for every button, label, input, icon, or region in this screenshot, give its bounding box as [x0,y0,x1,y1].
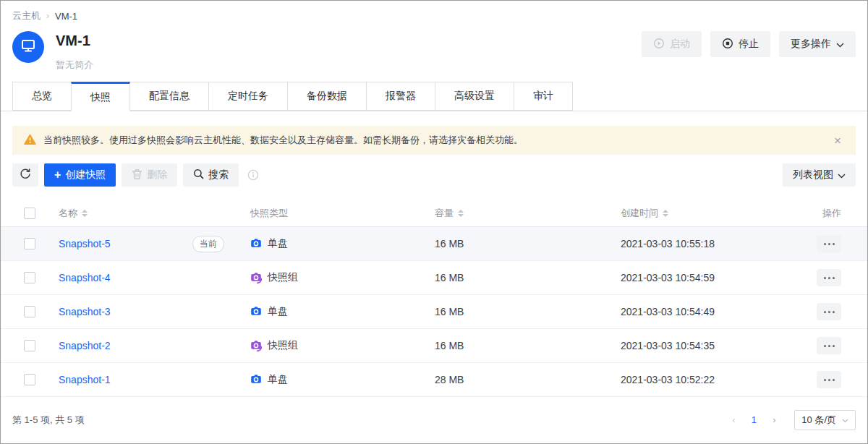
table-header: 名称 快照类型 容量 创建时间 操作 [1,200,867,227]
snapshot-name-link[interactable]: Snapshot-3 [59,306,111,317]
camera-icon [250,238,262,249]
search-button[interactable]: 搜索 [183,163,239,187]
snapshot-type-cell: 单盘 [250,305,435,318]
tab-overview[interactable]: 总览 [12,82,72,111]
snapshot-table: 名称 快照类型 容量 创建时间 操作 Snapshot-5 当前 [1,200,867,397]
play-icon [653,38,665,51]
stop-button[interactable]: 停止 [710,31,770,57]
capacity-cell: 16 MB [435,272,621,283]
snapshot-name-link[interactable]: Snapshot-2 [59,340,111,351]
title-col: VM-1 暂无简介 [56,31,642,72]
sort-icon [458,210,464,217]
content: 当前快照较多。使用过多快照会影响云主机性能、数据安全以及主存储容量。如需长期备份… [1,111,867,443]
row-actions-button[interactable] [817,269,841,286]
tab-scheduled-tasks[interactable]: 定时任务 [208,82,288,111]
sort-icon [82,210,88,217]
trash-icon [132,168,142,182]
warning-text: 当前快照较多。使用过多快照会影响云主机性能、数据安全以及主存储容量。如需长期备份… [43,134,824,147]
camera-icon [250,306,262,317]
snapshot-type-cell: 单盘 [250,237,435,250]
page-header: 云主机 › VM-1 VM-1 暂无简介 启动 停止 [1,1,867,72]
start-button[interactable]: 启动 [642,31,702,57]
breadcrumb-separator: › [46,11,49,21]
snapshot-type-label: 单盘 [268,373,288,386]
snapshot-name-link[interactable]: Snapshot-4 [59,272,111,283]
title-row: VM-1 暂无简介 启动 停止 更多操作 [12,31,856,72]
row-actions-button[interactable] [817,337,841,354]
table-body: Snapshot-5 当前 单盘 16 MB 2021-03-03 10:55:… [1,227,867,397]
page-size-select[interactable]: 10 条/页 [794,410,856,430]
breadcrumb-current: VM-1 [55,11,77,22]
created-time-cell: 2021-03-03 10:54:59 [621,272,791,283]
warning-banner: 当前快照较多。使用过多快照会影响云主机性能、数据安全以及主存储容量。如需长期备份… [12,126,856,155]
column-capacity[interactable]: 容量 [435,207,621,220]
tab-alarms[interactable]: 报警器 [366,82,435,111]
snapshot-name-link[interactable]: Snapshot-5 [59,238,111,249]
row-actions-button[interactable] [817,303,841,320]
column-type: 快照类型 [250,207,288,220]
table-row: Snapshot-2 快照组 16 MB 2021-03-03 10:54:35 [1,329,867,363]
sort-icon [663,210,668,217]
current-badge: 当前 [192,236,224,252]
vm-detail-window: 云主机 › VM-1 VM-1 暂无简介 启动 停止 [0,0,868,444]
capacity-cell: 28 MB [435,374,621,385]
stop-icon [722,38,733,51]
prev-page-button[interactable]: ‹ [725,411,742,429]
chevron-down-icon [842,414,848,425]
table-footer: 第 1-5 项, 共 5 项 ‹ 1 › 10 条/页 [1,397,867,443]
snapshot-type-cell: 快照组 [250,339,435,352]
capacity-cell: 16 MB [435,238,621,249]
pagination: ‹ 1 › 10 条/页 [725,410,856,430]
camera-icon [250,340,262,351]
tab-snapshot[interactable]: 快照 [71,82,130,111]
chevron-down-icon [836,38,844,50]
snapshot-name-link[interactable]: Snapshot-1 [59,374,111,385]
tab-backup-data[interactable]: 备份数据 [287,82,367,111]
row-checkbox[interactable] [24,306,35,317]
view-mode-dropdown[interactable]: 列表视图 [783,163,856,187]
tab-config-info[interactable]: 配置信息 [129,82,209,111]
column-name[interactable]: 名称 [59,207,88,220]
select-all-checkbox[interactable] [24,208,35,219]
breadcrumb-cloud-vm[interactable]: 云主机 [12,9,41,22]
header-actions: 启动 停止 更多操作 [642,31,856,57]
refresh-icon [20,168,31,182]
created-time-cell: 2021-03-03 10:54:49 [621,306,791,317]
page-number[interactable]: 1 [745,411,762,429]
table-row: Snapshot-5 当前 单盘 16 MB 2021-03-03 10:55:… [1,227,867,261]
breadcrumb: 云主机 › VM-1 [12,9,856,22]
page-subtitle: 暂无简介 [56,59,642,72]
tab-audit[interactable]: 审计 [514,82,573,111]
refresh-button[interactable] [12,163,38,187]
next-page-button[interactable]: › [765,411,783,429]
close-icon[interactable]: × [831,133,844,148]
items-summary: 第 1-5 项, 共 5 项 [12,414,85,427]
monitor-icon [20,37,37,57]
snapshot-type-label: 快照组 [268,339,298,352]
table-row: Snapshot-3 单盘 16 MB 2021-03-03 10:54:49 [1,295,867,329]
created-time-cell: 2021-03-03 10:54:35 [621,340,791,351]
row-checkbox[interactable] [24,272,35,283]
snapshot-type-cell: 单盘 [250,373,435,386]
capacity-cell: 16 MB [435,306,621,317]
snapshot-type-label: 快照组 [268,271,298,284]
column-created[interactable]: 创建时间 [621,207,791,220]
row-actions-button[interactable] [817,371,841,388]
row-checkbox[interactable] [24,374,35,385]
snapshot-type-label: 单盘 [268,305,288,318]
tab-advanced[interactable]: 高级设置 [435,82,514,111]
toolbar: + 创建快照 删除 搜索 列表视图 [12,163,856,187]
row-checkbox[interactable] [24,238,35,249]
search-icon [193,168,204,182]
row-actions-button[interactable] [817,235,841,252]
info-icon[interactable] [247,169,259,181]
row-checkbox[interactable] [24,340,35,351]
snapshot-type-label: 单盘 [268,237,288,250]
camera-icon [250,272,262,283]
created-time-cell: 2021-03-03 10:52:22 [621,374,791,385]
delete-button[interactable]: 删除 [122,163,177,187]
more-actions-button[interactable]: 更多操作 [779,31,856,57]
create-snapshot-button[interactable]: + 创建快照 [44,163,116,187]
tabbar: 总览快照配置信息定时任务备份数据报警器高级设置审计 [1,82,867,111]
chevron-down-icon [838,169,846,181]
